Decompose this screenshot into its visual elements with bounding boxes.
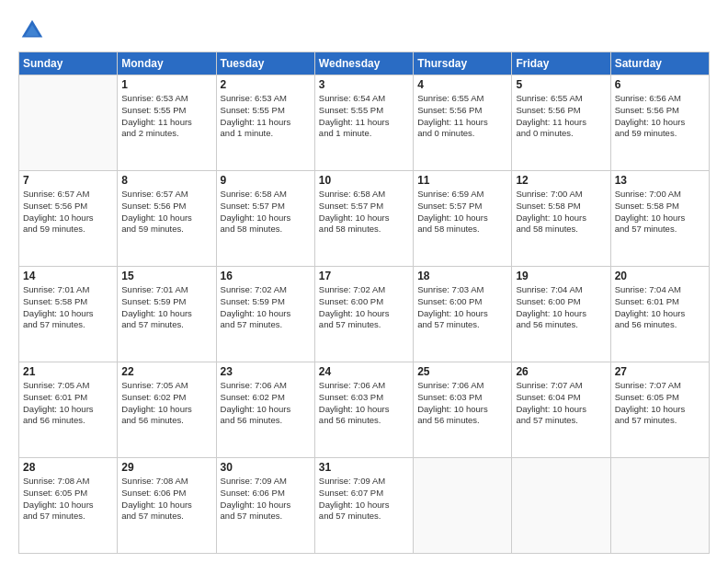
day-info: Sunrise: 7:08 AM Sunset: 6:06 PM Dayligh… xyxy=(121,476,211,523)
day-number: 18 xyxy=(417,270,507,282)
day-info: Sunrise: 6:57 AM Sunset: 5:56 PM Dayligh… xyxy=(23,189,113,236)
weekday-header-monday: Monday xyxy=(118,52,216,75)
calendar-cell: 12Sunrise: 7:00 AM Sunset: 5:58 PM Dayli… xyxy=(512,171,610,267)
day-info: Sunrise: 7:01 AM Sunset: 5:59 PM Dayligh… xyxy=(121,284,211,331)
day-info: Sunrise: 6:57 AM Sunset: 5:56 PM Dayligh… xyxy=(121,189,211,236)
weekday-header-thursday: Thursday xyxy=(414,52,512,75)
day-number: 20 xyxy=(615,270,705,282)
day-number: 21 xyxy=(23,365,113,378)
day-info: Sunrise: 7:06 AM Sunset: 6:03 PM Dayligh… xyxy=(319,380,409,427)
calendar-cell: 16Sunrise: 7:02 AM Sunset: 5:59 PM Dayli… xyxy=(216,267,314,362)
calendar-cell: 3Sunrise: 6:54 AM Sunset: 5:55 PM Daylig… xyxy=(314,75,413,171)
header xyxy=(18,17,710,44)
week-row-5: 28Sunrise: 7:08 AM Sunset: 6:05 PM Dayli… xyxy=(19,458,710,554)
weekday-header-sunday: Sunday xyxy=(19,52,118,75)
day-info: Sunrise: 6:53 AM Sunset: 5:55 PM Dayligh… xyxy=(121,93,211,140)
day-number: 11 xyxy=(417,174,507,187)
calendar-cell: 5Sunrise: 6:55 AM Sunset: 5:56 PM Daylig… xyxy=(512,75,610,171)
day-info: Sunrise: 7:06 AM Sunset: 6:03 PM Dayligh… xyxy=(417,380,507,427)
calendar-cell: 13Sunrise: 7:00 AM Sunset: 5:58 PM Dayli… xyxy=(610,171,709,267)
calendar-cell: 19Sunrise: 7:04 AM Sunset: 6:00 PM Dayli… xyxy=(512,267,610,362)
day-number: 6 xyxy=(615,78,705,91)
day-info: Sunrise: 6:58 AM Sunset: 5:57 PM Dayligh… xyxy=(319,189,409,236)
day-number: 1 xyxy=(121,78,211,91)
day-number: 16 xyxy=(221,270,311,282)
day-number: 23 xyxy=(221,365,311,378)
day-number: 17 xyxy=(319,270,409,282)
calendar-cell: 14Sunrise: 7:01 AM Sunset: 5:58 PM Dayli… xyxy=(19,267,118,362)
day-number: 3 xyxy=(319,78,409,91)
calendar-cell: 17Sunrise: 7:02 AM Sunset: 6:00 PM Dayli… xyxy=(314,267,413,362)
calendar-cell: 24Sunrise: 7:06 AM Sunset: 6:03 PM Dayli… xyxy=(314,362,413,458)
calendar-cell: 8Sunrise: 6:57 AM Sunset: 5:56 PM Daylig… xyxy=(118,171,216,267)
day-info: Sunrise: 7:05 AM Sunset: 6:02 PM Dayligh… xyxy=(121,380,211,427)
calendar-cell: 21Sunrise: 7:05 AM Sunset: 6:01 PM Dayli… xyxy=(19,362,118,458)
calendar-cell: 11Sunrise: 6:59 AM Sunset: 5:57 PM Dayli… xyxy=(414,171,512,267)
day-number: 14 xyxy=(23,270,113,282)
day-number: 29 xyxy=(121,461,211,474)
day-info: Sunrise: 7:06 AM Sunset: 6:02 PM Dayligh… xyxy=(221,380,311,427)
day-info: Sunrise: 7:03 AM Sunset: 6:00 PM Dayligh… xyxy=(417,284,507,331)
day-number: 27 xyxy=(615,365,705,378)
day-number: 2 xyxy=(221,78,311,91)
weekday-header-wednesday: Wednesday xyxy=(314,52,413,75)
calendar-cell: 7Sunrise: 6:57 AM Sunset: 5:56 PM Daylig… xyxy=(19,171,118,267)
day-info: Sunrise: 6:55 AM Sunset: 5:56 PM Dayligh… xyxy=(417,93,507,140)
calendar-cell: 1Sunrise: 6:53 AM Sunset: 5:55 PM Daylig… xyxy=(118,75,216,171)
day-number: 28 xyxy=(23,461,113,474)
calendar-cell xyxy=(610,458,709,554)
calendar-cell xyxy=(414,458,512,554)
week-row-3: 14Sunrise: 7:01 AM Sunset: 5:58 PM Dayli… xyxy=(19,267,710,362)
day-info: Sunrise: 7:08 AM Sunset: 6:05 PM Dayligh… xyxy=(23,476,113,523)
calendar-cell: 26Sunrise: 7:07 AM Sunset: 6:04 PM Dayli… xyxy=(512,362,610,458)
calendar-cell: 6Sunrise: 6:56 AM Sunset: 5:56 PM Daylig… xyxy=(610,75,709,171)
day-info: Sunrise: 7:00 AM Sunset: 5:58 PM Dayligh… xyxy=(516,189,606,236)
day-info: Sunrise: 7:04 AM Sunset: 6:00 PM Dayligh… xyxy=(516,284,606,331)
calendar-cell xyxy=(19,75,118,171)
calendar-cell: 18Sunrise: 7:03 AM Sunset: 6:00 PM Dayli… xyxy=(414,267,512,362)
day-info: Sunrise: 7:04 AM Sunset: 6:01 PM Dayligh… xyxy=(615,284,705,331)
page: SundayMondayTuesdayWednesdayThursdayFrid… xyxy=(0,0,728,563)
day-number: 24 xyxy=(319,365,409,378)
day-number: 10 xyxy=(319,174,409,187)
calendar-table: SundayMondayTuesdayWednesdayThursdayFrid… xyxy=(18,52,710,554)
day-info: Sunrise: 6:54 AM Sunset: 5:55 PM Dayligh… xyxy=(319,93,409,140)
logo-icon xyxy=(18,17,46,44)
day-number: 22 xyxy=(121,365,211,378)
calendar-cell: 28Sunrise: 7:08 AM Sunset: 6:05 PM Dayli… xyxy=(19,458,118,554)
day-info: Sunrise: 6:56 AM Sunset: 5:56 PM Dayligh… xyxy=(615,93,705,140)
logo xyxy=(18,17,50,44)
day-number: 12 xyxy=(516,174,606,187)
calendar-cell: 31Sunrise: 7:09 AM Sunset: 6:07 PM Dayli… xyxy=(314,458,413,554)
day-info: Sunrise: 7:01 AM Sunset: 5:58 PM Dayligh… xyxy=(23,284,113,331)
day-number: 30 xyxy=(221,461,311,474)
day-info: Sunrise: 6:59 AM Sunset: 5:57 PM Dayligh… xyxy=(417,189,507,236)
weekday-header-friday: Friday xyxy=(512,52,610,75)
calendar-cell: 23Sunrise: 7:06 AM Sunset: 6:02 PM Dayli… xyxy=(216,362,314,458)
day-number: 7 xyxy=(23,174,113,187)
calendar-cell: 25Sunrise: 7:06 AM Sunset: 6:03 PM Dayli… xyxy=(414,362,512,458)
week-row-2: 7Sunrise: 6:57 AM Sunset: 5:56 PM Daylig… xyxy=(19,171,710,267)
calendar-cell: 22Sunrise: 7:05 AM Sunset: 6:02 PM Dayli… xyxy=(118,362,216,458)
weekday-header-tuesday: Tuesday xyxy=(216,52,314,75)
day-number: 13 xyxy=(615,174,705,187)
day-number: 5 xyxy=(516,78,606,91)
calendar-cell: 10Sunrise: 6:58 AM Sunset: 5:57 PM Dayli… xyxy=(314,171,413,267)
calendar-cell: 15Sunrise: 7:01 AM Sunset: 5:59 PM Dayli… xyxy=(118,267,216,362)
weekday-header-row: SundayMondayTuesdayWednesdayThursdayFrid… xyxy=(19,52,710,75)
day-info: Sunrise: 7:09 AM Sunset: 6:07 PM Dayligh… xyxy=(319,476,409,523)
day-info: Sunrise: 7:05 AM Sunset: 6:01 PM Dayligh… xyxy=(23,380,113,427)
calendar-cell: 29Sunrise: 7:08 AM Sunset: 6:06 PM Dayli… xyxy=(118,458,216,554)
day-info: Sunrise: 7:02 AM Sunset: 6:00 PM Dayligh… xyxy=(319,284,409,331)
day-number: 25 xyxy=(417,365,507,378)
day-number: 19 xyxy=(516,270,606,282)
day-info: Sunrise: 7:07 AM Sunset: 6:05 PM Dayligh… xyxy=(615,380,705,427)
calendar-cell xyxy=(512,458,610,554)
day-info: Sunrise: 7:07 AM Sunset: 6:04 PM Dayligh… xyxy=(516,380,606,427)
calendar-cell: 2Sunrise: 6:53 AM Sunset: 5:55 PM Daylig… xyxy=(216,75,314,171)
day-number: 31 xyxy=(319,461,409,474)
day-info: Sunrise: 6:53 AM Sunset: 5:55 PM Dayligh… xyxy=(221,93,311,140)
calendar-cell: 20Sunrise: 7:04 AM Sunset: 6:01 PM Dayli… xyxy=(610,267,709,362)
day-info: Sunrise: 6:55 AM Sunset: 5:56 PM Dayligh… xyxy=(516,93,606,140)
calendar-cell: 4Sunrise: 6:55 AM Sunset: 5:56 PM Daylig… xyxy=(414,75,512,171)
